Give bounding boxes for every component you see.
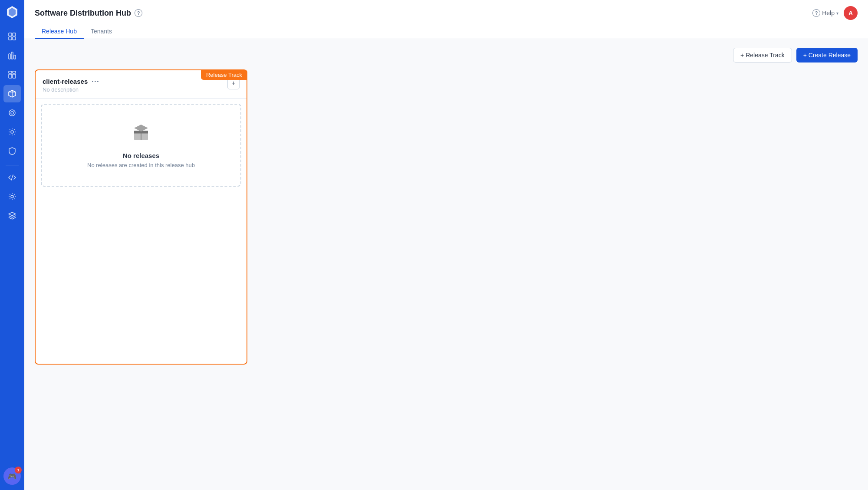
discord-badge: 1 [15, 467, 22, 474]
card-title: client-releases ⋯ [43, 77, 99, 85]
card-body: No releases No releases are created in t… [36, 99, 247, 192]
plus-icon: + [231, 79, 235, 87]
release-track-label: Release Track [201, 70, 247, 80]
empty-title: No releases [123, 152, 159, 159]
empty-state: No releases No releases are created in t… [41, 104, 241, 187]
sidebar-item-settings[interactable] [3, 123, 21, 141]
svg-point-20 [11, 195, 13, 198]
sidebar-item-layers[interactable] [3, 207, 21, 224]
sidebar-item-code[interactable] [3, 169, 21, 186]
svg-rect-9 [9, 71, 12, 73]
help-circle-icon: ? [812, 9, 820, 17]
sidebar: 🎮 1 [0, 0, 24, 490]
sidebar-item-shield[interactable] [3, 142, 21, 160]
svg-line-19 [11, 175, 13, 180]
svg-point-18 [11, 131, 13, 133]
svg-rect-12 [13, 74, 16, 78]
help-label: Help [822, 10, 835, 16]
release-track-button[interactable]: + Release Track [733, 48, 792, 62]
sidebar-bottom: 🎮 1 [3, 464, 21, 485]
header-actions: ? Help ▾ A [812, 6, 858, 20]
svg-rect-7 [11, 52, 13, 59]
title-help-icon[interactable]: ? [135, 9, 142, 17]
sidebar-item-grid[interactable] [3, 28, 21, 45]
sidebar-item-package[interactable] [3, 85, 21, 102]
sidebar-item-circle[interactable] [3, 104, 21, 122]
svg-rect-4 [9, 37, 12, 40]
content-area: + Release Track + Create Release Release… [24, 39, 868, 490]
page-title: Software Distribution Hub ? [35, 9, 142, 18]
toolbar: + Release Track + Create Release [35, 48, 858, 62]
svg-rect-6 [9, 54, 10, 59]
svg-point-17 [11, 112, 13, 114]
card-title-text: client-releases [43, 78, 88, 85]
discord-icon: 🎮 [8, 472, 16, 480]
svg-marker-21 [9, 212, 16, 216]
tab-release-hub[interactable]: Release Hub [35, 24, 84, 39]
empty-box-icon [131, 122, 151, 147]
tabs: Release Hub Tenants [35, 24, 858, 39]
create-release-button[interactable]: + Create Release [796, 48, 858, 62]
svg-rect-3 [13, 33, 16, 36]
svg-rect-8 [14, 55, 16, 59]
svg-rect-2 [9, 33, 12, 36]
tab-tenants[interactable]: Tenants [84, 24, 119, 39]
app-title-text: Software Distribution Hub [35, 9, 131, 18]
card-title-section: client-releases ⋯ No description [43, 77, 99, 93]
sidebar-item-chart[interactable] [3, 47, 21, 64]
svg-rect-10 [13, 71, 16, 73]
sidebar-item-config[interactable] [3, 188, 21, 205]
header: Software Distribution Hub ? ? Help ▾ A R… [24, 0, 868, 39]
user-avatar[interactable]: A [844, 6, 858, 20]
main-content: Software Distribution Hub ? ? Help ▾ A R… [24, 0, 868, 490]
sidebar-logo[interactable] [5, 5, 19, 19]
svg-rect-5 [13, 37, 16, 40]
svg-marker-24 [134, 125, 148, 132]
empty-subtitle: No releases are created in this release … [87, 162, 195, 168]
help-chevron-icon: ▾ [836, 11, 838, 16]
discord-button[interactable]: 🎮 1 [3, 467, 21, 485]
sidebar-item-apps[interactable] [3, 66, 21, 83]
sidebar-divider [6, 165, 19, 165]
card-description: No description [43, 86, 99, 93]
svg-point-16 [9, 110, 15, 116]
release-track-card: Release Track client-releases ⋯ No descr… [35, 69, 247, 365]
svg-rect-11 [9, 74, 12, 78]
help-button[interactable]: ? Help ▾ [812, 9, 838, 17]
more-options-icon[interactable]: ⋯ [91, 77, 99, 85]
